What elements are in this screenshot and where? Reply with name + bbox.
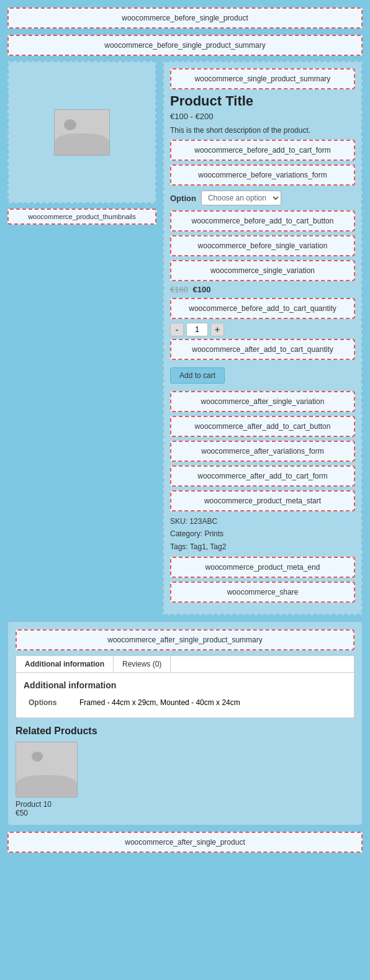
hook-before-add-to-cart-quantity: woocommerce_before_add_to_cart_quantity [170, 298, 355, 319]
additional-info-table: Options Framed - 44cm x 29cm, Mounted - … [24, 695, 346, 710]
sku-value: 123ABC [189, 517, 217, 526]
tags-value: Tag1, Tag2 [190, 542, 227, 551]
qty-input[interactable] [186, 323, 208, 336]
after-single-product-summary-section: woocommerce_after_single_product_summary… [7, 621, 363, 825]
related-product-price: €50 [16, 809, 78, 817]
hook-single-variation: woocommerce_single_variation [170, 260, 355, 281]
product-image-wrapper [7, 61, 156, 204]
hook-product-thumbnails: woocommerce_product_thumbnails [7, 209, 156, 225]
options-value-cell: Framed - 44cm x 29cm, Mounted - 40cm x 2… [76, 696, 345, 709]
tab-content-additional-information: Additional information Options Framed - … [16, 673, 354, 717]
product-summary-column: woocommerce_single_product_summary Produ… [163, 61, 363, 615]
product-main-image [54, 109, 110, 156]
hook-after-single-product-summary: woocommerce_after_single_product_summary [16, 629, 354, 650]
option-select[interactable]: Choose an option [201, 191, 281, 205]
sku-label: SKU: [170, 517, 187, 526]
hook-after-add-to-cart-quantity: woocommerce_after_add_to_cart_quantity [170, 339, 355, 360]
hook-share: woocommerce_share [170, 582, 355, 603]
tabs-header: Additional information Reviews (0) [16, 656, 354, 673]
qty-minus-button[interactable]: - [170, 323, 184, 336]
hook-before-single-product-summary: woocommerce_before_single_product_summar… [7, 35, 363, 56]
price-new: €100 [193, 285, 211, 294]
related-product-image [16, 742, 78, 798]
hook-after-add-to-cart-button: woocommerce_after_add_to_cart_button [170, 416, 355, 437]
hook-before-add-to-cart-button: woocommerce_before_add_to_cart_button [170, 210, 355, 232]
category-label: Category: [170, 529, 202, 538]
product-image-column: woocommerce_product_thumbnails [7, 61, 156, 615]
related-products-title: Related Products [16, 726, 354, 737]
hook-before-add-to-cart-form: woocommerce_before_add_to_cart_form [170, 140, 355, 161]
hook-after-add-to-cart-form: woocommerce_after_add_to_cart_form [170, 465, 355, 487]
quantity-row: - + [170, 323, 355, 336]
product-tabs: Additional information Reviews (0) Addit… [16, 655, 354, 718]
qty-plus-button[interactable]: + [210, 323, 224, 336]
hook-after-single-variation: woocommerce_after_single_variation [170, 391, 355, 412]
product-layout: woocommerce_product_thumbnails woocommer… [7, 61, 363, 615]
related-product-name: Product 10 [16, 800, 78, 809]
hook-single-product-summary: woocommerce_single_product_summary [170, 68, 355, 89]
add-to-cart-button[interactable]: Add to cart [170, 367, 225, 384]
hook-before-variations-form: woocommerce_before_variations_form [170, 164, 355, 186]
hook-before-single-variation: woocommerce_before_single_variation [170, 235, 355, 256]
options-label-cell: Options [25, 696, 74, 709]
table-row: Options Framed - 44cm x 29cm, Mounted - … [25, 696, 345, 709]
option-label: Option [170, 194, 196, 203]
product-meta: SKU: 123ABC Category: Prints Tags: Tag1,… [170, 515, 355, 553]
hook-before-single-product: woocommerce_before_single_product [7, 7, 363, 29]
product-short-description: This is the short description of the pro… [170, 126, 355, 135]
hook-product-meta-start: woocommerce_product_meta_start [170, 490, 355, 511]
product-price-range: €100 - €200 [170, 112, 355, 121]
tab-reviews[interactable]: Reviews (0) [114, 656, 171, 672]
price-old: €160 [170, 285, 188, 294]
product-variation-price: €160 €100 [170, 285, 355, 294]
category-value: Prints [204, 529, 223, 538]
hook-after-single-product: woocommerce_after_single_product [7, 832, 363, 853]
hook-after-variations-form: woocommerce_after_variations_form [170, 441, 355, 462]
tags-label: Tags: [170, 542, 188, 551]
variation-option-row: Option Choose an option [170, 191, 355, 205]
hook-product-meta-end: woocommerce_product_meta_end [170, 557, 355, 578]
related-product-item[interactable]: Product 10 €50 [16, 742, 78, 817]
tab-content-title: Additional information [24, 680, 346, 690]
related-products-section: Related Products Product 10 €50 [16, 726, 354, 817]
tab-additional-information[interactable]: Additional information [16, 656, 114, 672]
product-title: Product Title [170, 93, 355, 109]
